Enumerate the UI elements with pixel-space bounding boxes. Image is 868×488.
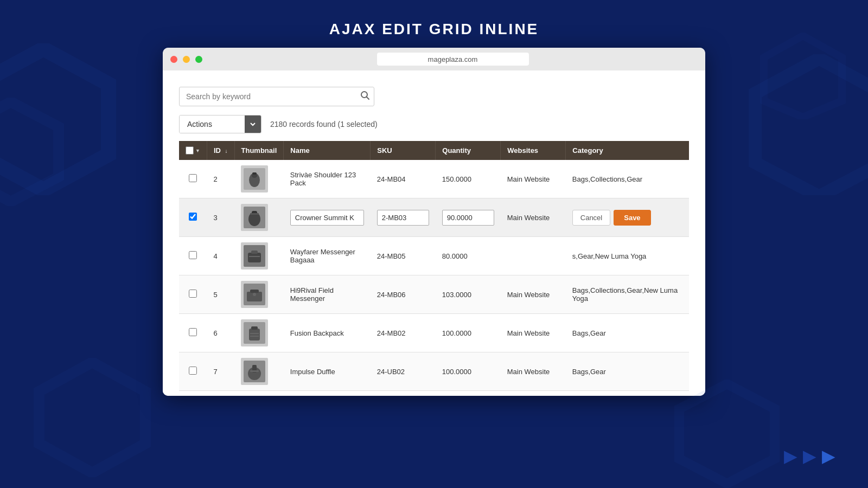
td-name-6: Fusion Backpack — [284, 314, 371, 352]
qty-edit-input[interactable] — [442, 210, 494, 226]
decorative-arrows: ▶ ▶ ▶ — [784, 446, 835, 466]
row-checkbox-2[interactable] — [189, 174, 197, 182]
td-thumbnail-7 — [234, 352, 284, 391]
td-name-4: Wayfarer Messenger Bagaaa — [284, 237, 371, 275]
deco-arrow-2: ▶ — [803, 446, 816, 466]
product-thumbnail-4 — [241, 242, 268, 269]
chevron-down-icon — [250, 121, 256, 127]
td-websites-6: Main Website — [501, 314, 566, 352]
page-title: AJAX EDIT GRID INLINE — [0, 0, 868, 48]
td-websites-2: Main Website — [501, 160, 566, 198]
actions-label: Actions — [180, 115, 245, 133]
table-row: 6 Fusion Backpack — [179, 314, 689, 352]
deco-arrow-3: ▶ — [822, 446, 835, 466]
td-checkbox-7 — [179, 352, 207, 391]
td-thumbnail-2 — [234, 160, 284, 198]
sku-edit-input[interactable] — [377, 210, 429, 226]
td-websites-7: Main Website — [501, 352, 566, 391]
td-qty-5: 103.0000 — [436, 275, 501, 314]
search-input-wrap — [179, 87, 374, 106]
row-checkbox-5[interactable] — [189, 290, 197, 298]
sort-icon-id: ↓ — [225, 148, 228, 154]
td-id-3: 3 — [207, 198, 234, 237]
svg-line-7 — [367, 97, 369, 100]
browser-window: mageplaza.com Actions — [163, 48, 705, 396]
row-checkbox-4[interactable] — [189, 251, 197, 259]
svg-rect-17 — [248, 253, 261, 262]
table-row: 5 Hi9Rival Field Messenger 24-MB06 — [179, 275, 689, 314]
td-category-4: s,Gear,New Luma Yoga — [566, 237, 689, 275]
td-sku-7: 24-UB02 — [371, 352, 436, 391]
cancel-button[interactable]: Cancel — [572, 210, 610, 226]
product-thumbnail-6 — [241, 319, 268, 346]
inline-actions: Main Website — [507, 214, 559, 222]
svg-rect-25 — [249, 329, 260, 341]
svg-marker-3 — [764, 36, 842, 117]
svg-rect-27 — [250, 333, 259, 334]
td-sku-2: 24-MB04 — [371, 160, 436, 198]
row-checkbox-7[interactable] — [189, 367, 197, 375]
td-checkbox-3 — [179, 198, 207, 237]
search-row — [179, 87, 689, 106]
td-checkbox-2 — [179, 160, 207, 198]
search-input[interactable] — [179, 87, 374, 106]
th-quantity: Quantity — [436, 141, 501, 160]
svg-marker-5 — [679, 384, 775, 484]
actions-arrow[interactable] — [245, 115, 261, 133]
td-checkbox-6 — [179, 314, 207, 352]
header-checkbox-wrap: ▼ — [186, 146, 200, 155]
td-category-2: Bags,Collections,Gear — [566, 160, 689, 198]
search-button[interactable] — [360, 91, 370, 102]
th-websites: Websites — [501, 141, 566, 160]
th-checkbox: ▼ — [179, 141, 207, 160]
td-sku-4: 24-MB05 — [371, 237, 436, 275]
row-checkbox-3[interactable] — [189, 213, 197, 221]
td-websites-5: Main Website — [501, 275, 566, 314]
td-qty-4: 80.0000 — [436, 237, 501, 275]
td-qty-3-edit[interactable] — [436, 198, 501, 237]
svg-rect-11 — [252, 172, 257, 175]
td-websites-3: Main Website — [501, 198, 566, 237]
close-button[interactable] — [170, 56, 177, 63]
td-name-3-edit[interactable] — [284, 198, 371, 237]
th-id: ID ↓ — [207, 141, 234, 160]
row-checkbox-6[interactable] — [189, 328, 197, 336]
save-cancel-actions: Cancel Save — [572, 210, 682, 226]
td-qty-7: 100.0000 — [436, 352, 501, 391]
table-row: 7 Impulse Duffle 24-UB02 — [179, 352, 689, 391]
td-qty-2: 150.0000 — [436, 160, 501, 198]
td-id-5: 5 — [207, 275, 234, 314]
grid-table: ▼ ID ↓ Thumbnail Name SKU Quantity Websi… — [179, 141, 689, 391]
table-row: 2 Strivàe Shoulder 123 Pack 24-MB0 — [179, 160, 689, 198]
product-thumbnail-5 — [241, 281, 268, 308]
table-header-row: ▼ ID ↓ Thumbnail Name SKU Quantity Websi… — [179, 141, 689, 160]
td-category-5: Bags,Collections,Gear,New Luma Yoga — [566, 275, 689, 314]
product-thumbnail-2 — [241, 165, 268, 192]
td-category-3: Cancel Save — [566, 198, 689, 237]
td-id-6: 6 — [207, 314, 234, 352]
th-name: Name — [284, 141, 371, 160]
svg-marker-0 — [0, 49, 108, 190]
th-sku: SKU — [371, 141, 436, 160]
url-bar: mageplaza.com — [377, 53, 529, 66]
th-category: Category — [566, 141, 689, 160]
td-name-5: Hi9Rival Field Messenger — [284, 275, 371, 314]
name-edit-input[interactable] — [290, 210, 364, 226]
svg-marker-1 — [0, 102, 59, 202]
svg-rect-22 — [250, 290, 259, 293]
td-sku-3-edit[interactable] — [371, 198, 436, 237]
td-sku-6: 24-MB02 — [371, 314, 436, 352]
td-id-4: 4 — [207, 237, 234, 275]
actions-row: Actions 2180 records found (1 selected) — [179, 115, 689, 133]
td-thumbnail-4 — [234, 237, 284, 275]
svg-rect-15 — [250, 213, 259, 215]
minimize-button[interactable] — [183, 56, 190, 63]
td-sku-5: 24-MB06 — [371, 275, 436, 314]
select-all-checkbox[interactable] — [186, 146, 194, 155]
svg-rect-26 — [251, 326, 258, 330]
save-button[interactable]: Save — [614, 210, 650, 226]
product-thumbnail-3 — [241, 204, 268, 231]
actions-dropdown[interactable]: Actions — [179, 115, 261, 133]
checkbox-arrow[interactable]: ▼ — [195, 148, 200, 153]
maximize-button[interactable] — [195, 56, 202, 63]
